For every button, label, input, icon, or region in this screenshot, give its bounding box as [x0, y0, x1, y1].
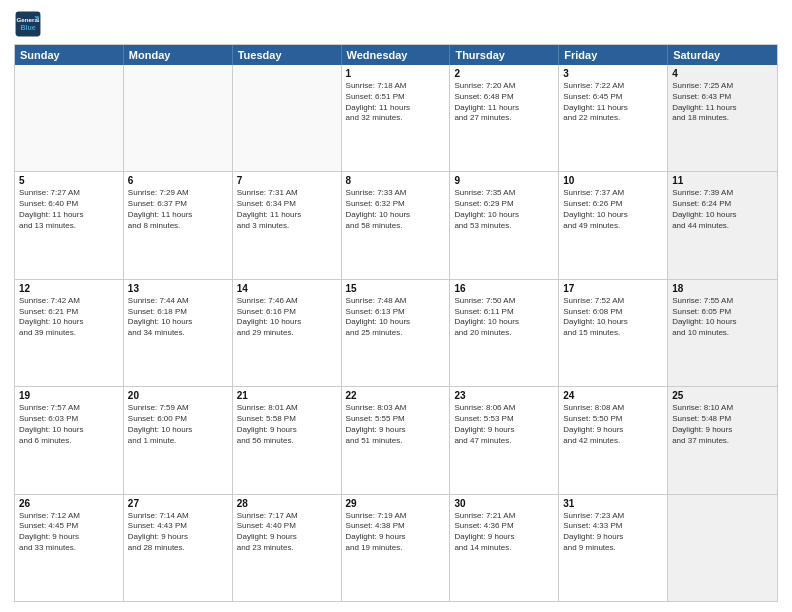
cell-info: Sunrise: 7:20 AM Sunset: 6:48 PM Dayligh… [454, 81, 554, 124]
header: General Blue [14, 10, 778, 38]
day-number: 13 [128, 283, 228, 294]
day-number: 7 [237, 175, 337, 186]
cell-info: Sunrise: 7:48 AM Sunset: 6:13 PM Dayligh… [346, 296, 446, 339]
calendar-cell-18: 18Sunrise: 7:55 AM Sunset: 6:05 PM Dayli… [668, 280, 777, 386]
day-number: 24 [563, 390, 663, 401]
calendar-cell-9: 9Sunrise: 7:35 AM Sunset: 6:29 PM Daylig… [450, 172, 559, 278]
cell-info: Sunrise: 7:52 AM Sunset: 6:08 PM Dayligh… [563, 296, 663, 339]
day-number: 15 [346, 283, 446, 294]
day-number: 19 [19, 390, 119, 401]
cell-info: Sunrise: 7:55 AM Sunset: 6:05 PM Dayligh… [672, 296, 773, 339]
calendar-cell-11: 11Sunrise: 7:39 AM Sunset: 6:24 PM Dayli… [668, 172, 777, 278]
cell-info: Sunrise: 7:25 AM Sunset: 6:43 PM Dayligh… [672, 81, 773, 124]
calendar-cell-28: 28Sunrise: 7:17 AM Sunset: 4:40 PM Dayli… [233, 495, 342, 601]
calendar-cell-12: 12Sunrise: 7:42 AM Sunset: 6:21 PM Dayli… [15, 280, 124, 386]
day-number: 14 [237, 283, 337, 294]
calendar-cell-16: 16Sunrise: 7:50 AM Sunset: 6:11 PM Dayli… [450, 280, 559, 386]
day-number: 31 [563, 498, 663, 509]
calendar-cell-14: 14Sunrise: 7:46 AM Sunset: 6:16 PM Dayli… [233, 280, 342, 386]
calendar-header-friday: Friday [559, 45, 668, 65]
calendar-header-sunday: Sunday [15, 45, 124, 65]
cell-info: Sunrise: 7:57 AM Sunset: 6:03 PM Dayligh… [19, 403, 119, 446]
cell-info: Sunrise: 7:21 AM Sunset: 4:36 PM Dayligh… [454, 511, 554, 554]
calendar-cell-29: 29Sunrise: 7:19 AM Sunset: 4:38 PM Dayli… [342, 495, 451, 601]
calendar-row-0: 1Sunrise: 7:18 AM Sunset: 6:51 PM Daylig… [15, 65, 777, 172]
cell-info: Sunrise: 7:18 AM Sunset: 6:51 PM Dayligh… [346, 81, 446, 124]
day-number: 8 [346, 175, 446, 186]
logo: General Blue [14, 10, 42, 38]
calendar-cell-6: 6Sunrise: 7:29 AM Sunset: 6:37 PM Daylig… [124, 172, 233, 278]
page: General Blue SundayMondayTuesdayWednesda… [0, 0, 792, 612]
calendar-cell-17: 17Sunrise: 7:52 AM Sunset: 6:08 PM Dayli… [559, 280, 668, 386]
calendar-row-1: 5Sunrise: 7:27 AM Sunset: 6:40 PM Daylig… [15, 172, 777, 279]
cell-info: Sunrise: 7:50 AM Sunset: 6:11 PM Dayligh… [454, 296, 554, 339]
day-number: 23 [454, 390, 554, 401]
cell-info: Sunrise: 7:27 AM Sunset: 6:40 PM Dayligh… [19, 188, 119, 231]
calendar-cell-10: 10Sunrise: 7:37 AM Sunset: 6:26 PM Dayli… [559, 172, 668, 278]
cell-info: Sunrise: 7:37 AM Sunset: 6:26 PM Dayligh… [563, 188, 663, 231]
logo-icon: General Blue [14, 10, 42, 38]
day-number: 10 [563, 175, 663, 186]
calendar-header-monday: Monday [124, 45, 233, 65]
cell-info: Sunrise: 8:01 AM Sunset: 5:58 PM Dayligh… [237, 403, 337, 446]
calendar-cell-4: 4Sunrise: 7:25 AM Sunset: 6:43 PM Daylig… [668, 65, 777, 171]
cell-info: Sunrise: 7:33 AM Sunset: 6:32 PM Dayligh… [346, 188, 446, 231]
day-number: 3 [563, 68, 663, 79]
day-number: 17 [563, 283, 663, 294]
cell-info: Sunrise: 7:46 AM Sunset: 6:16 PM Dayligh… [237, 296, 337, 339]
calendar-cell-20: 20Sunrise: 7:59 AM Sunset: 6:00 PM Dayli… [124, 387, 233, 493]
cell-info: Sunrise: 7:12 AM Sunset: 4:45 PM Dayligh… [19, 511, 119, 554]
calendar-cell-25: 25Sunrise: 8:10 AM Sunset: 5:48 PM Dayli… [668, 387, 777, 493]
cell-info: Sunrise: 7:14 AM Sunset: 4:43 PM Dayligh… [128, 511, 228, 554]
cell-info: Sunrise: 7:29 AM Sunset: 6:37 PM Dayligh… [128, 188, 228, 231]
calendar-cell-3: 3Sunrise: 7:22 AM Sunset: 6:45 PM Daylig… [559, 65, 668, 171]
calendar-cell-19: 19Sunrise: 7:57 AM Sunset: 6:03 PM Dayli… [15, 387, 124, 493]
cell-info: Sunrise: 7:23 AM Sunset: 4:33 PM Dayligh… [563, 511, 663, 554]
day-number: 22 [346, 390, 446, 401]
day-number: 4 [672, 68, 773, 79]
day-number: 30 [454, 498, 554, 509]
calendar-cell-empty [15, 65, 124, 171]
calendar-header-thursday: Thursday [450, 45, 559, 65]
cell-info: Sunrise: 7:44 AM Sunset: 6:18 PM Dayligh… [128, 296, 228, 339]
day-number: 16 [454, 283, 554, 294]
calendar-cell-1: 1Sunrise: 7:18 AM Sunset: 6:51 PM Daylig… [342, 65, 451, 171]
day-number: 26 [19, 498, 119, 509]
day-number: 18 [672, 283, 773, 294]
cell-info: Sunrise: 8:06 AM Sunset: 5:53 PM Dayligh… [454, 403, 554, 446]
calendar-cell-21: 21Sunrise: 8:01 AM Sunset: 5:58 PM Dayli… [233, 387, 342, 493]
day-number: 1 [346, 68, 446, 79]
calendar-cell-empty [124, 65, 233, 171]
day-number: 6 [128, 175, 228, 186]
calendar-cell-empty [233, 65, 342, 171]
cell-info: Sunrise: 7:35 AM Sunset: 6:29 PM Dayligh… [454, 188, 554, 231]
calendar-body: 1Sunrise: 7:18 AM Sunset: 6:51 PM Daylig… [15, 65, 777, 601]
cell-info: Sunrise: 7:42 AM Sunset: 6:21 PM Dayligh… [19, 296, 119, 339]
calendar-cell-26: 26Sunrise: 7:12 AM Sunset: 4:45 PM Dayli… [15, 495, 124, 601]
calendar-cell-13: 13Sunrise: 7:44 AM Sunset: 6:18 PM Dayli… [124, 280, 233, 386]
calendar-cell-30: 30Sunrise: 7:21 AM Sunset: 4:36 PM Dayli… [450, 495, 559, 601]
day-number: 29 [346, 498, 446, 509]
cell-info: Sunrise: 8:03 AM Sunset: 5:55 PM Dayligh… [346, 403, 446, 446]
calendar: SundayMondayTuesdayWednesdayThursdayFrid… [14, 44, 778, 602]
calendar-cell-27: 27Sunrise: 7:14 AM Sunset: 4:43 PM Dayli… [124, 495, 233, 601]
cell-info: Sunrise: 7:39 AM Sunset: 6:24 PM Dayligh… [672, 188, 773, 231]
calendar-cell-5: 5Sunrise: 7:27 AM Sunset: 6:40 PM Daylig… [15, 172, 124, 278]
calendar-row-4: 26Sunrise: 7:12 AM Sunset: 4:45 PM Dayli… [15, 495, 777, 601]
calendar-cell-2: 2Sunrise: 7:20 AM Sunset: 6:48 PM Daylig… [450, 65, 559, 171]
cell-info: Sunrise: 8:10 AM Sunset: 5:48 PM Dayligh… [672, 403, 773, 446]
day-number: 12 [19, 283, 119, 294]
day-number: 28 [237, 498, 337, 509]
calendar-cell-31: 31Sunrise: 7:23 AM Sunset: 4:33 PM Dayli… [559, 495, 668, 601]
day-number: 5 [19, 175, 119, 186]
calendar-cell-8: 8Sunrise: 7:33 AM Sunset: 6:32 PM Daylig… [342, 172, 451, 278]
day-number: 27 [128, 498, 228, 509]
calendar-cell-22: 22Sunrise: 8:03 AM Sunset: 5:55 PM Dayli… [342, 387, 451, 493]
cell-info: Sunrise: 7:59 AM Sunset: 6:00 PM Dayligh… [128, 403, 228, 446]
calendar-cell-15: 15Sunrise: 7:48 AM Sunset: 6:13 PM Dayli… [342, 280, 451, 386]
cell-info: Sunrise: 7:31 AM Sunset: 6:34 PM Dayligh… [237, 188, 337, 231]
calendar-cell-23: 23Sunrise: 8:06 AM Sunset: 5:53 PM Dayli… [450, 387, 559, 493]
calendar-row-2: 12Sunrise: 7:42 AM Sunset: 6:21 PM Dayli… [15, 280, 777, 387]
day-number: 20 [128, 390, 228, 401]
calendar-header-row: SundayMondayTuesdayWednesdayThursdayFrid… [15, 45, 777, 65]
